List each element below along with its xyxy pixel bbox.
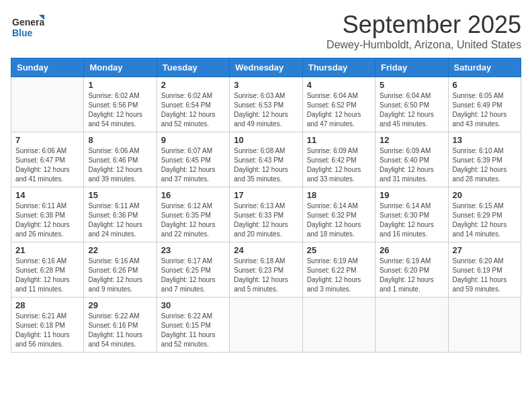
day-info: Sunrise: 6:02 AMSunset: 6:56 PMDaylight:… xyxy=(88,91,152,129)
day-number: 24 xyxy=(234,245,298,255)
calendar-cell: 8 Sunrise: 6:06 AMSunset: 6:46 PMDayligh… xyxy=(84,132,157,187)
day-number: 29 xyxy=(88,300,152,310)
day-info: Sunrise: 6:21 AMSunset: 6:18 PMDaylight:… xyxy=(15,312,79,349)
day-number: 12 xyxy=(380,135,443,145)
day-info: Sunrise: 6:08 AMSunset: 6:43 PMDaylight:… xyxy=(234,146,298,184)
calendar-table: SundayMondayTuesdayWednesdayThursdayFrid… xyxy=(11,58,521,353)
calendar-week-row: 7 Sunrise: 6:06 AMSunset: 6:47 PMDayligh… xyxy=(11,132,521,187)
logo-icon: General Blue xyxy=(11,11,44,44)
calendar-cell xyxy=(11,77,84,132)
day-info: Sunrise: 6:16 AMSunset: 6:26 PMDaylight:… xyxy=(88,257,152,294)
calendar-cell: 1 Sunrise: 6:02 AMSunset: 6:56 PMDayligh… xyxy=(84,77,157,132)
calendar-cell: 21 Sunrise: 6:16 AMSunset: 6:28 PMDaylig… xyxy=(11,242,84,298)
day-info: Sunrise: 6:12 AMSunset: 6:35 PMDaylight:… xyxy=(161,201,225,239)
calendar-cell: 3 Sunrise: 6:03 AMSunset: 6:53 PMDayligh… xyxy=(230,77,302,132)
day-info: Sunrise: 6:22 AMSunset: 6:15 PMDaylight:… xyxy=(161,312,225,349)
day-number: 1 xyxy=(88,80,152,90)
day-info: Sunrise: 6:05 AMSunset: 6:49 PMDaylight:… xyxy=(453,91,517,129)
page-header: General Blue September 2025 Dewey-Humbol… xyxy=(11,11,521,51)
calendar-cell: 2 Sunrise: 6:02 AMSunset: 6:54 PMDayligh… xyxy=(157,77,229,132)
day-info: Sunrise: 6:15 AMSunset: 6:29 PMDaylight:… xyxy=(453,201,517,239)
day-info: Sunrise: 6:14 AMSunset: 6:30 PMDaylight:… xyxy=(380,201,443,239)
calendar-cell: 11 Sunrise: 6:09 AMSunset: 6:42 PMDaylig… xyxy=(302,132,375,187)
day-number: 14 xyxy=(15,190,79,200)
calendar-week-row: 21 Sunrise: 6:16 AMSunset: 6:28 PMDaylig… xyxy=(11,242,521,298)
calendar-cell: 13 Sunrise: 6:10 AMSunset: 6:39 PMDaylig… xyxy=(448,132,521,187)
calendar-cell: 7 Sunrise: 6:06 AMSunset: 6:47 PMDayligh… xyxy=(11,132,84,187)
day-number: 15 xyxy=(88,190,152,200)
calendar-header-saturday: Saturday xyxy=(448,58,521,77)
day-info: Sunrise: 6:02 AMSunset: 6:54 PMDaylight:… xyxy=(161,91,225,129)
calendar-cell: 19 Sunrise: 6:14 AMSunset: 6:30 PMDaylig… xyxy=(375,187,448,242)
location-title: Dewey-Humboldt, Arizona, United States xyxy=(326,39,521,51)
calendar-header-tuesday: Tuesday xyxy=(157,58,229,77)
calendar-week-row: 1 Sunrise: 6:02 AMSunset: 6:56 PMDayligh… xyxy=(11,77,521,132)
day-number: 9 xyxy=(161,135,225,145)
month-title: September 2025 xyxy=(326,11,521,39)
day-number: 11 xyxy=(307,135,371,145)
day-number: 2 xyxy=(161,80,225,90)
calendar-week-row: 14 Sunrise: 6:11 AMSunset: 6:38 PMDaylig… xyxy=(11,187,521,242)
calendar-cell: 9 Sunrise: 6:07 AMSunset: 6:45 PMDayligh… xyxy=(157,132,229,187)
day-number: 4 xyxy=(307,80,371,90)
calendar-cell: 24 Sunrise: 6:18 AMSunset: 6:23 PMDaylig… xyxy=(230,242,302,298)
calendar-cell: 18 Sunrise: 6:14 AMSunset: 6:32 PMDaylig… xyxy=(302,187,375,242)
day-info: Sunrise: 6:22 AMSunset: 6:16 PMDaylight:… xyxy=(88,312,152,349)
calendar-cell: 4 Sunrise: 6:04 AMSunset: 6:52 PMDayligh… xyxy=(302,77,375,132)
calendar-cell: 10 Sunrise: 6:08 AMSunset: 6:43 PMDaylig… xyxy=(230,132,302,187)
calendar-header-thursday: Thursday xyxy=(302,58,375,77)
day-info: Sunrise: 6:10 AMSunset: 6:39 PMDaylight:… xyxy=(453,146,517,184)
logo: General Blue xyxy=(11,11,44,44)
day-number: 16 xyxy=(161,190,225,200)
day-number: 19 xyxy=(380,190,443,200)
svg-text:General: General xyxy=(12,17,44,28)
day-number: 17 xyxy=(234,190,298,200)
calendar-cell: 23 Sunrise: 6:17 AMSunset: 6:25 PMDaylig… xyxy=(157,242,229,298)
calendar-header-monday: Monday xyxy=(84,58,157,77)
day-number: 3 xyxy=(234,80,298,90)
calendar-cell: 5 Sunrise: 6:04 AMSunset: 6:50 PMDayligh… xyxy=(375,77,448,132)
calendar-week-row: 28 Sunrise: 6:21 AMSunset: 6:18 PMDaylig… xyxy=(11,298,521,353)
title-block: September 2025 Dewey-Humboldt, Arizona, … xyxy=(326,11,521,51)
day-number: 27 xyxy=(453,245,517,255)
calendar-cell: 30 Sunrise: 6:22 AMSunset: 6:15 PMDaylig… xyxy=(157,298,229,353)
day-number: 28 xyxy=(15,300,79,310)
calendar-cell: 14 Sunrise: 6:11 AMSunset: 6:38 PMDaylig… xyxy=(11,187,84,242)
day-number: 20 xyxy=(453,190,517,200)
calendar-header-sunday: Sunday xyxy=(11,58,84,77)
day-info: Sunrise: 6:09 AMSunset: 6:42 PMDaylight:… xyxy=(307,146,371,184)
day-number: 5 xyxy=(380,80,443,90)
day-info: Sunrise: 6:03 AMSunset: 6:53 PMDaylight:… xyxy=(234,91,298,129)
day-info: Sunrise: 6:19 AMSunset: 6:20 PMDaylight:… xyxy=(380,257,443,294)
calendar-cell xyxy=(230,298,302,353)
day-info: Sunrise: 6:06 AMSunset: 6:47 PMDaylight:… xyxy=(15,146,79,184)
calendar-cell: 27 Sunrise: 6:20 AMSunset: 6:19 PMDaylig… xyxy=(448,242,521,298)
day-number: 22 xyxy=(88,245,152,255)
calendar-cell xyxy=(375,298,448,353)
calendar-cell: 6 Sunrise: 6:05 AMSunset: 6:49 PMDayligh… xyxy=(448,77,521,132)
day-number: 25 xyxy=(307,245,371,255)
calendar-cell: 28 Sunrise: 6:21 AMSunset: 6:18 PMDaylig… xyxy=(11,298,84,353)
day-info: Sunrise: 6:09 AMSunset: 6:40 PMDaylight:… xyxy=(380,146,443,184)
day-number: 21 xyxy=(15,245,79,255)
calendar-cell: 15 Sunrise: 6:11 AMSunset: 6:36 PMDaylig… xyxy=(84,187,157,242)
calendar-header-row: SundayMondayTuesdayWednesdayThursdayFrid… xyxy=(11,58,521,77)
day-info: Sunrise: 6:13 AMSunset: 6:33 PMDaylight:… xyxy=(234,201,298,239)
day-info: Sunrise: 6:06 AMSunset: 6:46 PMDaylight:… xyxy=(88,146,152,184)
day-info: Sunrise: 6:04 AMSunset: 6:52 PMDaylight:… xyxy=(307,91,371,129)
day-info: Sunrise: 6:18 AMSunset: 6:23 PMDaylight:… xyxy=(234,257,298,294)
calendar-header-friday: Friday xyxy=(375,58,448,77)
calendar-cell: 22 Sunrise: 6:16 AMSunset: 6:26 PMDaylig… xyxy=(84,242,157,298)
day-number: 30 xyxy=(161,300,225,310)
day-info: Sunrise: 6:14 AMSunset: 6:32 PMDaylight:… xyxy=(307,201,371,239)
day-info: Sunrise: 6:16 AMSunset: 6:28 PMDaylight:… xyxy=(15,257,79,294)
day-info: Sunrise: 6:17 AMSunset: 6:25 PMDaylight:… xyxy=(161,257,225,294)
calendar-cell: 29 Sunrise: 6:22 AMSunset: 6:16 PMDaylig… xyxy=(84,298,157,353)
day-number: 7 xyxy=(15,135,79,145)
day-number: 10 xyxy=(234,135,298,145)
day-number: 6 xyxy=(453,80,517,90)
day-info: Sunrise: 6:19 AMSunset: 6:22 PMDaylight:… xyxy=(307,257,371,294)
day-info: Sunrise: 6:11 AMSunset: 6:36 PMDaylight:… xyxy=(88,201,152,239)
calendar-cell: 12 Sunrise: 6:09 AMSunset: 6:40 PMDaylig… xyxy=(375,132,448,187)
day-number: 26 xyxy=(380,245,443,255)
